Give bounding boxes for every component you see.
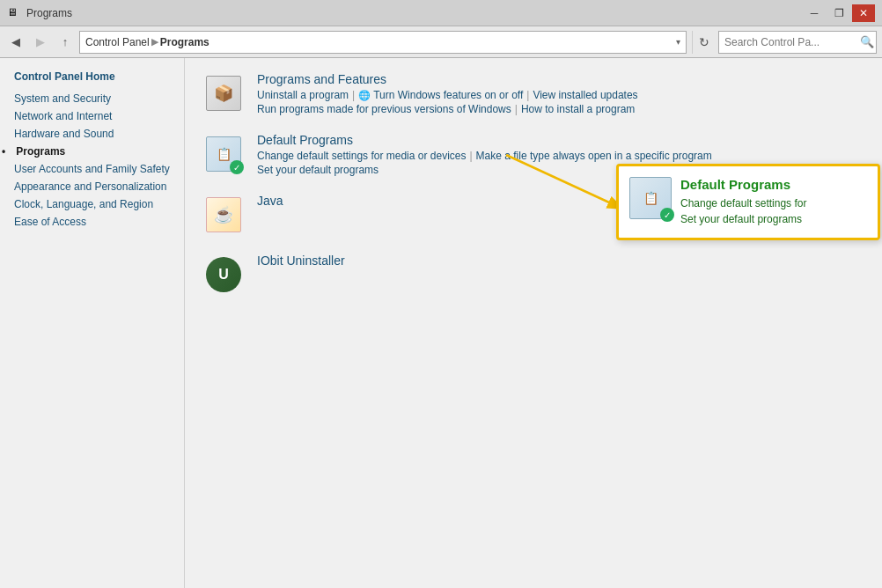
address-bar[interactable]: Control Panel ▶ Programs ▾	[79, 31, 687, 54]
navbar: ◀ ▶ ↑ Control Panel ▶ Programs ▾ ↻ 🔍	[0, 26, 882, 58]
tooltip-check-overlay: ✓	[660, 208, 674, 222]
default-prog-icon-graphic: 📋 ✓	[206, 136, 241, 172]
up-button[interactable]: ↑	[55, 32, 76, 53]
iobit-title[interactable]: IObit Uninstaller	[257, 254, 864, 268]
programs-features-info: Programs and Features Uninstall a progra…	[257, 72, 864, 115]
default-programs-icon: 📋 ✓	[202, 133, 245, 175]
address-control-panel[interactable]: Control Panel	[85, 36, 150, 48]
window-controls: ─ ❐ ✕	[803, 4, 875, 22]
check-overlay: ✓	[230, 160, 244, 174]
address-dropdown[interactable]: ▾	[676, 37, 680, 47]
link-view-updates[interactable]: View installed updates	[533, 89, 637, 101]
link-change-default-media[interactable]: Change default settings for media or dev…	[257, 150, 466, 162]
main-content: Control Panel Home System and Security N…	[0, 58, 882, 588]
programs-features-links-row2: Run programs made for previous versions …	[257, 103, 864, 115]
iobit-icon-graphic: U	[206, 257, 241, 292]
programs-features-title[interactable]: Programs and Features	[257, 72, 864, 86]
address-current: Programs	[160, 36, 209, 48]
tooltip-info: Default Programs Change default settings…	[680, 177, 806, 227]
tooltip-desc-line2: Set your default programs	[680, 211, 806, 227]
titlebar-left: 🖥 Programs	[7, 6, 72, 20]
programs-features-links-row1: Uninstall a program | 🌐 Turn Windows fea…	[257, 89, 864, 101]
link-turn-features[interactable]: Turn Windows features on or off	[373, 89, 523, 101]
titlebar: 🖥 Programs ─ ❐ ✕	[0, 0, 882, 26]
back-button[interactable]: ◀	[5, 32, 26, 53]
link-run-old-programs[interactable]: Run programs made for previous versions …	[257, 103, 511, 115]
sidebar-item-ease[interactable]: Ease of Access	[0, 213, 184, 231]
forward-button[interactable]: ▶	[30, 32, 51, 53]
restore-button[interactable]: ❐	[827, 4, 850, 22]
iobit-info: IObit Uninstaller	[257, 254, 864, 270]
iobit-icon: U	[202, 254, 245, 296]
link-uninstall-program[interactable]: Uninstall a program	[257, 89, 349, 101]
windows-icon: 🌐	[358, 90, 371, 101]
sidebar: Control Panel Home System and Security N…	[0, 58, 185, 588]
sidebar-item-programs[interactable]: Programs	[0, 143, 184, 160]
uninstall-icon-graphic: 📦	[206, 76, 241, 111]
link-how-install[interactable]: How to install a program	[521, 103, 635, 115]
default-programs-title[interactable]: Default Programs	[257, 133, 864, 147]
sidebar-item-hardware[interactable]: Hardware and Sound	[0, 125, 184, 143]
search-bar[interactable]: 🔍	[718, 31, 877, 54]
sidebar-item-appearance[interactable]: Appearance and Personalization	[0, 178, 184, 195]
sidebar-item-system-security[interactable]: System and Security	[0, 90, 184, 107]
java-icon: ☕	[202, 194, 245, 236]
address-parts: Control Panel ▶ Programs	[85, 36, 673, 48]
sidebar-item-clock[interactable]: Clock, Language, and Region	[0, 195, 184, 213]
content-area: 📦 Programs and Features Uninstall a prog…	[185, 58, 882, 588]
section-programs-features: 📦 Programs and Features Uninstall a prog…	[202, 72, 864, 115]
sidebar-item-network[interactable]: Network and Internet	[0, 107, 184, 125]
minimize-button[interactable]: ─	[803, 4, 826, 22]
sidebar-home-link[interactable]: Control Panel Home	[0, 67, 184, 90]
close-button[interactable]: ✕	[852, 4, 875, 22]
search-icon[interactable]: 🔍	[860, 35, 874, 48]
window-title: Programs	[26, 7, 72, 19]
programs-features-icon: 📦	[202, 72, 245, 114]
default-programs-links-row1: Change default settings for media or dev…	[257, 150, 864, 162]
tooltip-title: Default Programs	[680, 177, 806, 192]
tooltip-popup: 📋 ✓ Default Programs Change default sett…	[616, 164, 880, 240]
refresh-button[interactable]: ↻	[692, 31, 715, 54]
sidebar-item-user-accounts[interactable]: User Accounts and Family Safety	[0, 160, 184, 178]
tooltip-icon: 📋 ✓	[629, 177, 672, 219]
java-icon-graphic: ☕	[206, 197, 241, 232]
tooltip-desc-line1: Change default settings for	[680, 195, 806, 211]
search-input[interactable]	[724, 36, 856, 48]
app-icon: 🖥	[7, 6, 21, 20]
section-iobit: U IObit Uninstaller	[202, 254, 864, 296]
link-file-type[interactable]: Make a file type always open in a specif…	[476, 150, 712, 162]
link-set-default[interactable]: Set your default programs	[257, 164, 379, 176]
address-sep-1: ▶	[151, 36, 158, 48]
